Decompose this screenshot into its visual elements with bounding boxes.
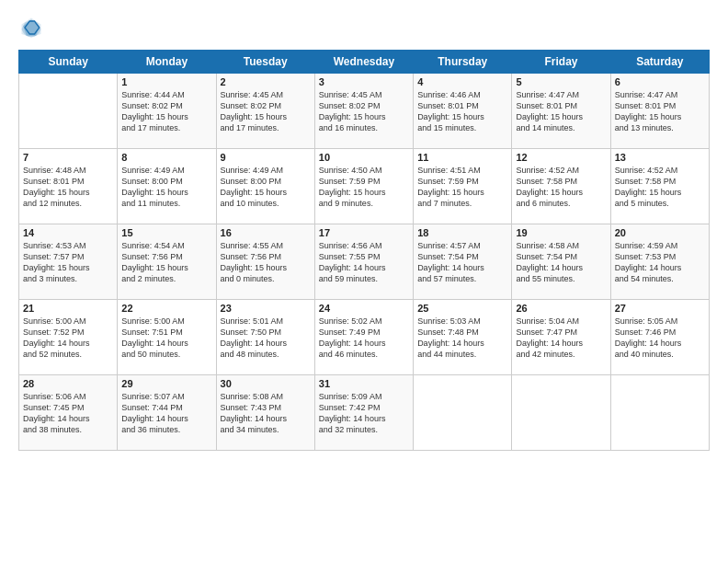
calendar-cell (19, 74, 118, 149)
logo (18, 15, 48, 40)
day-number: 5 (516, 76, 606, 87)
calendar-cell: 13Sunrise: 4:52 AM Sunset: 7:58 PM Dayli… (610, 149, 709, 224)
calendar-cell: 3Sunrise: 4:45 AM Sunset: 8:02 PM Daylig… (314, 74, 413, 149)
day-number: 10 (319, 152, 409, 163)
day-number: 8 (121, 152, 211, 163)
cell-content: Sunrise: 4:51 AM Sunset: 7:59 PM Dayligh… (417, 165, 507, 210)
cell-content: Sunrise: 4:58 AM Sunset: 7:54 PM Dayligh… (516, 240, 606, 285)
cell-content: Sunrise: 4:57 AM Sunset: 7:54 PM Dayligh… (417, 240, 507, 285)
cell-content: Sunrise: 4:45 AM Sunset: 8:02 PM Dayligh… (221, 89, 311, 134)
cell-content: Sunrise: 4:59 AM Sunset: 7:53 PM Dayligh… (615, 240, 705, 285)
logo-icon (18, 15, 44, 40)
calendar-cell: 26Sunrise: 5:04 AM Sunset: 7:47 PM Dayli… (512, 300, 610, 375)
day-number: 26 (516, 303, 606, 314)
calendar-cell: 8Sunrise: 4:49 AM Sunset: 8:00 PM Daylig… (118, 149, 216, 224)
calendar-week-1: 1Sunrise: 4:44 AM Sunset: 8:02 PM Daylig… (19, 74, 710, 149)
day-number: 24 (319, 303, 409, 314)
calendar-cell: 18Sunrise: 4:57 AM Sunset: 7:54 PM Dayli… (414, 224, 512, 300)
calendar-cell: 1Sunrise: 4:44 AM Sunset: 8:02 PM Daylig… (118, 74, 216, 149)
day-number: 12 (516, 152, 606, 163)
day-header-wednesday: Wednesday (314, 51, 413, 74)
header-row: SundayMondayTuesdayWednesdayThursdayFrid… (19, 51, 710, 74)
day-number: 25 (417, 303, 507, 314)
calendar-header: SundayMondayTuesdayWednesdayThursdayFrid… (19, 51, 710, 74)
calendar-cell: 19Sunrise: 4:58 AM Sunset: 7:54 PM Dayli… (512, 224, 610, 300)
calendar-body: 1Sunrise: 4:44 AM Sunset: 8:02 PM Daylig… (19, 74, 710, 451)
calendar-week-3: 14Sunrise: 4:53 AM Sunset: 7:57 PM Dayli… (19, 224, 710, 300)
header (18, 15, 710, 40)
day-number: 14 (23, 227, 113, 238)
cell-content: Sunrise: 4:48 AM Sunset: 8:01 PM Dayligh… (23, 165, 113, 210)
page: SundayMondayTuesdayWednesdayThursdayFrid… (0, 0, 728, 563)
calendar-cell: 20Sunrise: 4:59 AM Sunset: 7:53 PM Dayli… (610, 224, 709, 300)
calendar-cell: 23Sunrise: 5:01 AM Sunset: 7:50 PM Dayli… (216, 300, 314, 375)
calendar-cell: 16Sunrise: 4:55 AM Sunset: 7:56 PM Dayli… (216, 224, 314, 300)
cell-content: Sunrise: 5:00 AM Sunset: 7:51 PM Dayligh… (121, 316, 211, 361)
calendar-cell: 24Sunrise: 5:02 AM Sunset: 7:49 PM Dayli… (314, 300, 413, 375)
calendar-cell: 28Sunrise: 5:06 AM Sunset: 7:45 PM Dayli… (19, 375, 118, 451)
cell-content: Sunrise: 5:05 AM Sunset: 7:46 PM Dayligh… (615, 316, 705, 361)
cell-content: Sunrise: 4:56 AM Sunset: 7:55 PM Dayligh… (319, 240, 409, 285)
cell-content: Sunrise: 4:49 AM Sunset: 8:00 PM Dayligh… (221, 165, 311, 210)
day-number: 16 (221, 227, 311, 238)
calendar-cell: 6Sunrise: 4:47 AM Sunset: 8:01 PM Daylig… (610, 74, 709, 149)
calendar-cell: 7Sunrise: 4:48 AM Sunset: 8:01 PM Daylig… (19, 149, 118, 224)
day-number: 23 (221, 303, 311, 314)
cell-content: Sunrise: 5:06 AM Sunset: 7:45 PM Dayligh… (23, 391, 113, 436)
cell-content: Sunrise: 5:07 AM Sunset: 7:44 PM Dayligh… (121, 391, 211, 436)
day-number: 1 (121, 76, 211, 87)
day-number: 30 (221, 378, 311, 389)
calendar-cell: 4Sunrise: 4:46 AM Sunset: 8:01 PM Daylig… (414, 74, 512, 149)
day-number: 7 (23, 152, 113, 163)
cell-content: Sunrise: 4:55 AM Sunset: 7:56 PM Dayligh… (221, 240, 311, 285)
day-number: 4 (417, 76, 507, 87)
cell-content: Sunrise: 4:52 AM Sunset: 7:58 PM Dayligh… (516, 165, 606, 210)
calendar-cell: 30Sunrise: 5:08 AM Sunset: 7:43 PM Dayli… (216, 375, 314, 451)
day-number: 17 (319, 227, 409, 238)
day-number: 28 (23, 378, 113, 389)
calendar-week-4: 21Sunrise: 5:00 AM Sunset: 7:52 PM Dayli… (19, 300, 710, 375)
calendar-cell: 15Sunrise: 4:54 AM Sunset: 7:56 PM Dayli… (118, 224, 216, 300)
calendar-cell (512, 375, 610, 451)
calendar-cell: 31Sunrise: 5:09 AM Sunset: 7:42 PM Dayli… (314, 375, 413, 451)
day-header-friday: Friday (512, 51, 610, 74)
day-number: 15 (121, 227, 211, 238)
day-header-thursday: Thursday (414, 51, 512, 74)
calendar-cell: 22Sunrise: 5:00 AM Sunset: 7:51 PM Dayli… (118, 300, 216, 375)
calendar-cell: 10Sunrise: 4:50 AM Sunset: 7:59 PM Dayli… (314, 149, 413, 224)
calendar-cell: 12Sunrise: 4:52 AM Sunset: 7:58 PM Dayli… (512, 149, 610, 224)
calendar-cell: 27Sunrise: 5:05 AM Sunset: 7:46 PM Dayli… (610, 300, 709, 375)
cell-content: Sunrise: 5:04 AM Sunset: 7:47 PM Dayligh… (516, 316, 606, 361)
cell-content: Sunrise: 5:03 AM Sunset: 7:48 PM Dayligh… (417, 316, 507, 361)
day-number: 21 (23, 303, 113, 314)
day-header-saturday: Saturday (610, 51, 709, 74)
day-number: 18 (417, 227, 507, 238)
cell-content: Sunrise: 4:50 AM Sunset: 7:59 PM Dayligh… (319, 165, 409, 210)
calendar-cell: 25Sunrise: 5:03 AM Sunset: 7:48 PM Dayli… (414, 300, 512, 375)
cell-content: Sunrise: 4:54 AM Sunset: 7:56 PM Dayligh… (121, 240, 211, 285)
cell-content: Sunrise: 4:46 AM Sunset: 8:01 PM Dayligh… (417, 89, 507, 134)
day-header-sunday: Sunday (19, 51, 118, 74)
cell-content: Sunrise: 5:02 AM Sunset: 7:49 PM Dayligh… (319, 316, 409, 361)
day-number: 3 (319, 76, 409, 87)
calendar-table: SundayMondayTuesdayWednesdayThursdayFrid… (18, 50, 710, 451)
calendar-cell: 5Sunrise: 4:47 AM Sunset: 8:01 PM Daylig… (512, 74, 610, 149)
day-number: 22 (121, 303, 211, 314)
calendar-cell: 17Sunrise: 4:56 AM Sunset: 7:55 PM Dayli… (314, 224, 413, 300)
cell-content: Sunrise: 4:52 AM Sunset: 7:58 PM Dayligh… (615, 165, 705, 210)
day-number: 9 (221, 152, 311, 163)
calendar-cell (610, 375, 709, 451)
calendar-cell: 21Sunrise: 5:00 AM Sunset: 7:52 PM Dayli… (19, 300, 118, 375)
calendar-cell: 11Sunrise: 4:51 AM Sunset: 7:59 PM Dayli… (414, 149, 512, 224)
cell-content: Sunrise: 5:09 AM Sunset: 7:42 PM Dayligh… (319, 391, 409, 436)
day-number: 2 (221, 76, 311, 87)
calendar-week-5: 28Sunrise: 5:06 AM Sunset: 7:45 PM Dayli… (19, 375, 710, 451)
cell-content: Sunrise: 4:47 AM Sunset: 8:01 PM Dayligh… (516, 89, 606, 134)
cell-content: Sunrise: 4:53 AM Sunset: 7:57 PM Dayligh… (23, 240, 113, 285)
day-number: 29 (121, 378, 211, 389)
day-header-tuesday: Tuesday (216, 51, 314, 74)
calendar-cell: 29Sunrise: 5:07 AM Sunset: 7:44 PM Dayli… (118, 375, 216, 451)
cell-content: Sunrise: 4:45 AM Sunset: 8:02 PM Dayligh… (319, 89, 409, 134)
calendar-week-2: 7Sunrise: 4:48 AM Sunset: 8:01 PM Daylig… (19, 149, 710, 224)
day-number: 20 (615, 227, 705, 238)
